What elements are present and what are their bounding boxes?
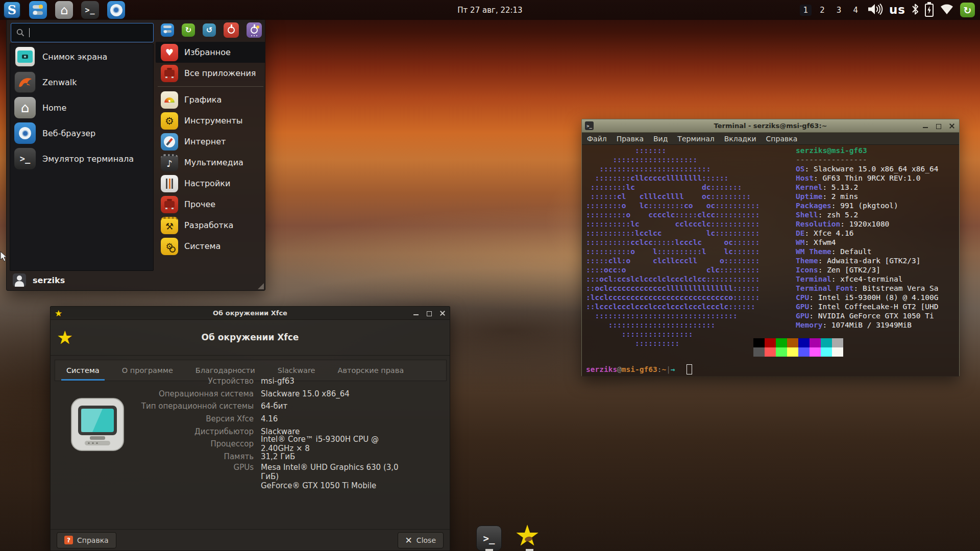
keyboard-layout-indicator[interactable]: us [889,4,905,16]
workspace-1[interactable]: 1 [800,5,812,16]
shell-prompt: serziks@msi-gf63:~|→ [586,364,692,374]
session-buttons: ↻ ↺ [161,22,262,38]
home-launcher[interactable]: ⌂ [55,1,73,19]
category-list: ♥ Избранное Все приложения Графика ⚙ Инс… [156,42,265,257]
internet-compass-icon [161,133,178,151]
about-header: ★ Об окружении Xfce [51,320,450,356]
palette-swatch [787,347,798,357]
category-development[interactable]: ⚒ Разработка [156,215,265,236]
field-xfce-version: Версия Xfce4.16 [56,413,413,425]
menu-item-web-browser[interactable]: Веб-браузер [10,120,153,146]
tools-gear-icon: ⚙ [161,112,178,130]
menu-app-list: Снимок экрана Zenwalk ⌂ Home Веб-браузер… [10,43,154,271]
category-tools[interactable]: ⚙ Инструменты [156,110,265,131]
neofetch-info-line: Uptime2 mins [796,192,938,201]
network-icon[interactable] [940,4,954,17]
system-gears-icon: ⚙ [161,238,178,255]
settings-button[interactable] [161,23,174,37]
about-titlebar[interactable]: ★ Об окружении Xfce [51,307,450,320]
neofetch-info-line: DEXfce 4.16 [796,229,938,238]
neofetch-info-line: ThemeAdwaita-dark [GTK2/3] [796,256,938,265]
text-caret [29,28,30,37]
menu-terminal[interactable]: Терминал [677,135,714,143]
maximize-button[interactable] [936,123,942,129]
dock-terminal-button[interactable]: >_ [476,525,502,551]
menu-file[interactable]: Файл [587,135,607,143]
field-os-type: Тип операционной системы64-бит [56,400,413,413]
graphics-rainbow-icon [161,91,178,109]
palette-swatch [821,338,832,347]
category-system[interactable]: ⚙ Система [156,236,265,257]
maximize-button[interactable] [426,310,432,316]
browser-launcher[interactable] [107,1,125,19]
menu-tabs[interactable]: Вкладки [724,135,756,143]
neofetch-info-line: Memory1074MiB / 31949MiB [796,320,938,330]
minimize-button[interactable] [922,123,928,129]
terminal-screen[interactable]: ::::::: ::::::::::::::::::: ::::::::::::… [582,145,959,377]
slackware-launcher[interactable]: S [3,1,21,19]
about-header-title: Об окружении Xfce [51,332,450,342]
restart-button[interactable]: ↺ [203,23,216,37]
heart-icon: ♥ [161,44,178,61]
bluetooth-icon[interactable] [912,3,919,17]
updater-icon[interactable]: ↻ [960,3,975,17]
menu-item-zenwalk[interactable]: Zenwalk [10,69,153,95]
terminal-icon: >_ [14,148,36,169]
field-gpus: GPUsMesa Intel® UHD Graphics 630 (3,0 Ги… [56,463,413,488]
workspace-switcher: 1 2 3 4 [800,5,862,16]
power-icon [228,27,235,34]
menu-item-home[interactable]: ⌂ Home [10,95,153,120]
close-button[interactable] [949,123,955,129]
neofetch-info-line: WM ThemeDefault [796,247,938,256]
menu-user-footer[interactable]: serziks [7,272,265,288]
close-button[interactable] [439,310,446,316]
chromium-icon [110,4,122,16]
field-os: Операционная системаSlackware 15.0 x86_6… [56,388,413,400]
category-internet[interactable]: Интернет [156,131,265,152]
category-all-applications[interactable]: Все приложения [156,63,265,84]
terminal-titlebar[interactable]: >_ Terminal - serziks@msi-gf63:~ [582,119,959,133]
resize-grip[interactable] [258,283,264,289]
terminal-launcher[interactable]: >_ [81,1,99,19]
menu-view[interactable]: Вид [653,135,668,143]
field-device: Устройствоmsi-gf63 [56,375,413,388]
menu-item-terminal-emulator[interactable]: >_ Эмулятор терминала [10,146,153,171]
update-button[interactable]: ↻ [182,23,195,37]
menu-edit[interactable]: Правка [617,135,644,143]
help-button[interactable]: ? Справка [57,532,116,548]
palette-swatch [798,338,810,347]
menu-item-screenshot[interactable]: Снимок экрана [10,44,153,69]
search-input[interactable] [11,23,154,42]
zenwalk-dolphin-icon [14,71,36,93]
palette-swatch [832,347,843,357]
shutdown-button[interactable] [224,22,239,38]
category-multimedia[interactable]: ♪ Мультимедиа [156,152,265,173]
multimedia-note-icon: ♪ [161,154,178,171]
development-hammer-icon: ⚒ [161,217,178,234]
neofetch-title: serziks@msi-gf63 [796,146,938,155]
category-settings[interactable]: Настройки [156,173,265,194]
neofetch-ascii-art: ::::::: ::::::::::::::::::: ::::::::::::… [586,146,760,348]
neofetch-info-line: IconsZen [GTK2/3] [796,265,938,274]
dock-about-xfce-button[interactable]: ★ [514,521,540,550]
neofetch-info-line: GPUIntel CoffeeLake-H GT2 [UHD [796,302,938,311]
session-button[interactable] [247,22,262,38]
workspace-2[interactable]: 2 [816,5,828,16]
home-icon: ⌂ [14,97,36,118]
battery-icon[interactable] [925,4,934,17]
category-favorites[interactable]: ♥ Избранное [156,42,265,63]
neofetch-info-line: HostGF63 Thin 9RCX REV:1.0 [796,173,938,183]
volume-icon[interactable] [868,4,883,17]
menu-help[interactable]: Справка [766,135,798,143]
category-other[interactable]: Прочее [156,194,265,215]
mouse-cursor [0,251,8,264]
minimize-button[interactable] [413,310,419,316]
workspace-3[interactable]: 3 [833,5,845,16]
neofetch-info-line: Packages991 (pkgtool) [796,201,938,210]
settings-launcher[interactable] [29,1,47,19]
category-graphics[interactable]: Графика [156,89,265,110]
workspace-4[interactable]: 4 [849,5,862,16]
terminal-menubar: Файл Правка Вид Терминал Вкладки Справка [582,133,959,145]
panel-clock[interactable]: Пт 27 авг, 22:13 [457,6,522,15]
close-button[interactable]: ✕ Close [398,532,444,548]
